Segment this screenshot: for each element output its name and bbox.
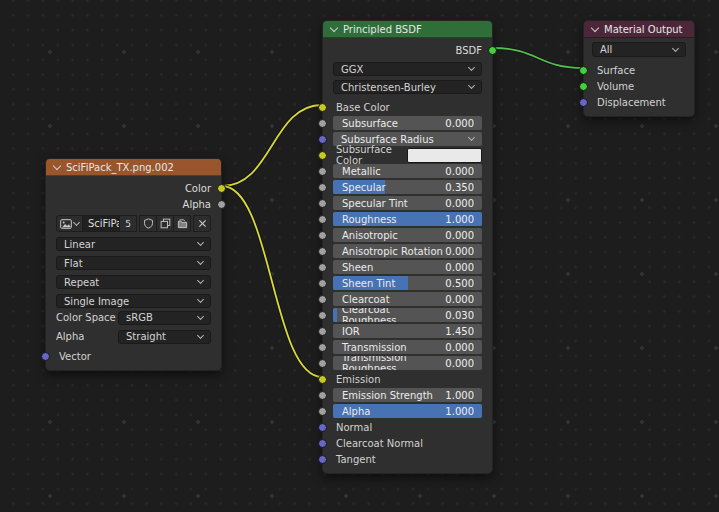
subsurface-method-dropdown[interactable]: Christensen-Burley [333, 80, 482, 94]
close-x-icon [198, 219, 207, 228]
anisotropic-rotation-input-socket[interactable] [318, 247, 327, 256]
subsurface-color-swatch[interactable] [407, 148, 482, 163]
wire-color-to-base-color [222, 105, 322, 186]
clearcoat-input-socket[interactable] [318, 295, 327, 304]
emission-strength-slider[interactable]: Emission Strength 1.000 [333, 388, 482, 402]
anisotropic-input-socket[interactable] [318, 231, 327, 240]
duplicate-icon [160, 218, 171, 229]
input-emission: Emission [323, 371, 492, 387]
alpha-mode-dropdown[interactable]: Straight [118, 330, 211, 344]
specular-tint-input-socket[interactable] [318, 199, 327, 208]
input-roughness: Roughness 1.000 [323, 211, 492, 227]
input-transmission-roughness: Transmission Roughness 0.000 [323, 355, 492, 371]
specular-input-socket[interactable] [318, 183, 327, 192]
vector-input-socket[interactable] [41, 352, 50, 361]
emission-strength-input-socket[interactable] [318, 391, 327, 400]
collapse-chevron-icon[interactable] [53, 161, 61, 169]
interpolation-dropdown[interactable]: Linear [56, 237, 211, 251]
transmission-input-socket[interactable] [318, 343, 327, 352]
normal-input-socket[interactable] [318, 423, 327, 432]
fake-user-button[interactable] [139, 215, 157, 232]
principled-bsdf-node-header[interactable]: Principled BSDF [323, 21, 492, 38]
output-alpha: Alpha [46, 196, 221, 212]
sheen-slider[interactable]: Sheen 0.000 [333, 260, 482, 274]
specular-tint-slider[interactable]: Specular Tint 0.000 [333, 196, 482, 210]
ior-input-socket[interactable] [318, 327, 327, 336]
transmission-slider[interactable]: Transmission 0.000 [333, 340, 482, 354]
principled-bsdf-node[interactable]: Principled BSDF BSDF GGX Christensen-Bur… [322, 20, 493, 474]
distribution-dropdown[interactable]: GGX [333, 62, 482, 76]
users-count-button[interactable]: 5 [119, 215, 137, 232]
subsurface-slider[interactable]: Subsurface 0.000 [333, 116, 482, 130]
anisotropic-rotation-slider[interactable]: Anisotropic Rotation 0.000 [333, 244, 482, 258]
clearcoat-normal-input-socket[interactable] [318, 439, 327, 448]
transmission-roughness-input-socket[interactable] [318, 359, 327, 368]
browse-image-button[interactable] [56, 215, 83, 232]
wire-bsdf-to-surface [493, 48, 583, 68]
subsurface-input-socket[interactable] [318, 119, 327, 128]
principled-bsdf-node-body: BSDF GGX Christensen-Burley Base Color [323, 38, 492, 473]
input-subsurface: Subsurface 0.000 [323, 115, 492, 131]
input-clearcoat-roughness: Clearcoat Roughness 0.030 [323, 307, 492, 323]
image-texture-node-header[interactable]: SciFiPack_TX.png.002 [46, 159, 221, 176]
alpha-slider[interactable]: Alpha 1.000 [333, 404, 482, 418]
input-metallic: Metallic 0.000 [323, 163, 492, 179]
input-alpha: Alpha 1.000 [323, 403, 492, 419]
base-color-input-socket[interactable] [318, 103, 327, 112]
tangent-input-socket[interactable] [318, 455, 327, 464]
roughness-slider[interactable]: Roughness 1.000 [333, 212, 482, 226]
displacement-input-socket[interactable] [579, 98, 588, 107]
color-output-socket[interactable] [217, 184, 226, 193]
clearcoat-slider[interactable]: Clearcoat 0.000 [333, 292, 482, 306]
collapse-chevron-icon[interactable] [591, 23, 599, 31]
emission-input-socket[interactable] [318, 375, 327, 384]
target-dropdown[interactable]: All [592, 42, 686, 57]
extension-row: Repeat [56, 275, 211, 289]
clearcoat-roughness-slider[interactable]: Clearcoat Roughness 0.030 [333, 308, 482, 322]
open-image-button[interactable] [173, 215, 191, 232]
bsdf-output-socket[interactable] [488, 46, 497, 55]
input-clearcoat-normal: Clearcoat Normal [323, 435, 492, 451]
input-ior: IOR 1.450 [323, 323, 492, 339]
source-dropdown[interactable]: Single Image [56, 294, 211, 308]
chevron-down-icon [468, 134, 475, 141]
ior-slider[interactable]: IOR 1.450 [333, 324, 482, 338]
color-space-dropdown[interactable]: sRGB [118, 311, 211, 325]
chevron-down-icon [672, 44, 679, 51]
image-texture-node[interactable]: SciFiPack_TX.png.002 Color Alpha SciFiPa… [45, 158, 222, 371]
clearcoat-roughness-input-socket[interactable] [318, 311, 327, 320]
collapse-chevron-icon[interactable] [330, 23, 338, 31]
transmission-roughness-slider[interactable]: Transmission Roughness 0.000 [333, 356, 482, 370]
material-output-node-header[interactable]: Material Output [584, 21, 694, 38]
source-row: Single Image [56, 294, 211, 308]
subsurface-radius-input-socket[interactable] [318, 135, 327, 144]
input-clearcoat: Clearcoat 0.000 [323, 291, 492, 307]
surface-input-socket[interactable] [579, 66, 588, 75]
input-emission-strength: Emission Strength 1.000 [323, 387, 492, 403]
unlink-image-button[interactable] [193, 215, 211, 232]
image-name-field[interactable]: SciFiPack_T... [82, 215, 120, 232]
volume-input-socket[interactable] [579, 82, 588, 91]
alpha-mode-row: Alpha Straight [46, 327, 221, 346]
sheen-tint-slider[interactable]: Sheen Tint 0.500 [333, 276, 482, 290]
node-editor-canvas[interactable]: SciFiPack_TX.png.002 Color Alpha SciFiPa… [0, 0, 719, 512]
sheen-tint-input-socket[interactable] [318, 279, 327, 288]
sheen-input-socket[interactable] [318, 263, 327, 272]
alpha-input-socket[interactable] [318, 407, 327, 416]
metallic-input-socket[interactable] [318, 167, 327, 176]
extension-dropdown[interactable]: Repeat [56, 275, 211, 289]
projection-dropdown[interactable]: Flat [56, 256, 211, 270]
anisotropic-slider[interactable]: Anisotropic 0.000 [333, 228, 482, 242]
material-output-node-title: Material Output [604, 24, 683, 35]
subsurface-method-row: Christensen-Burley [333, 80, 482, 94]
specular-slider[interactable]: Specular 0.350 [333, 180, 482, 194]
distribution-row: GGX [333, 62, 482, 76]
material-output-node-body: All Surface Volume Displacement [584, 38, 694, 116]
metallic-slider[interactable]: Metallic 0.000 [333, 164, 482, 178]
material-output-node[interactable]: Material Output All Surface Volume Displ… [583, 20, 695, 117]
alpha-output-socket[interactable] [217, 200, 226, 209]
roughness-input-socket[interactable] [318, 215, 327, 224]
subsurface-color-input-socket[interactable] [318, 151, 327, 160]
new-image-button[interactable] [156, 215, 174, 232]
input-sheen: Sheen 0.000 [323, 259, 492, 275]
